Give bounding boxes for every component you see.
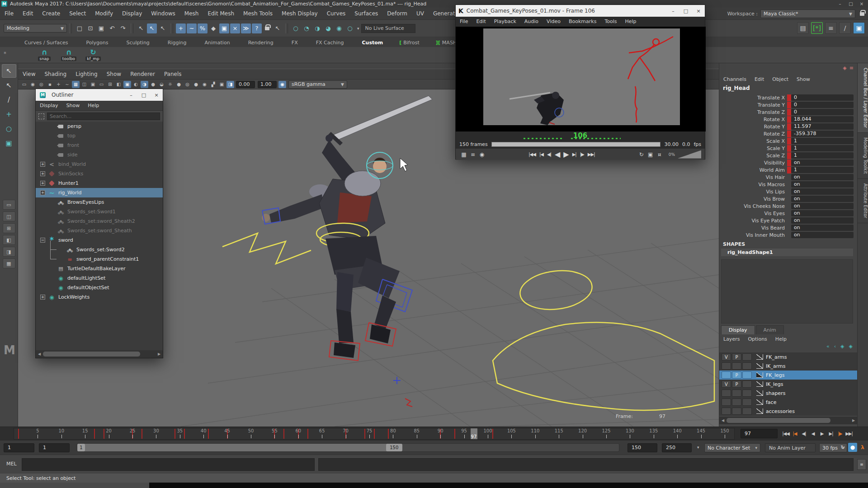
player-transport-button[interactable]: |▶ xyxy=(578,150,586,159)
layer-row[interactable]: P FK_legs xyxy=(719,371,857,380)
channel-row[interactable]: Vis Eyes on xyxy=(719,210,857,217)
scroll-left-icon[interactable]: ◀ xyxy=(36,352,43,356)
file-icon[interactable]: ▣ xyxy=(96,23,106,33)
panel-menu-item[interactable]: Show xyxy=(102,71,126,77)
range-start-handle[interactable]: 1 xyxy=(77,444,85,451)
playback-start-field[interactable]: 1 xyxy=(39,443,70,452)
window-control-button[interactable]: □ xyxy=(679,5,692,17)
layer-playback-toggle[interactable] xyxy=(732,362,741,370)
snap-icon[interactable]: ◆ xyxy=(208,23,218,33)
file-icon[interactable]: ⊡ xyxy=(85,23,95,33)
snap-icon[interactable]: % xyxy=(198,23,208,33)
menu-item[interactable]: UV xyxy=(412,10,429,17)
shelf-tab[interactable]: Rigging xyxy=(159,38,196,47)
history-icon[interactable]: ○ xyxy=(291,23,301,33)
channel-row[interactable]: World Aim 1 xyxy=(719,166,857,174)
layer-playback-toggle[interactable]: P xyxy=(732,380,741,388)
scroll-right-icon[interactable]: ▶ xyxy=(850,418,857,422)
menu-item[interactable]: Mesh xyxy=(180,10,203,17)
channel-value-field[interactable]: 1 xyxy=(791,152,854,159)
viewport-icon[interactable]: ☼ xyxy=(166,81,174,88)
outliner-title-bar[interactable]: M Outliner –□× xyxy=(36,89,163,101)
outliner-item[interactable]: + rig_World xyxy=(36,188,163,197)
channel-row[interactable]: Vis Eye Patch on xyxy=(719,217,857,224)
shelf-tab[interactable]: [Bifrost xyxy=(392,38,429,47)
layer-row[interactable]: V P IK_legs xyxy=(719,380,857,389)
gamma-field[interactable]: 1.00 xyxy=(258,81,277,88)
menu-item[interactable]: Surfaces xyxy=(350,10,382,17)
playback-button[interactable]: ◀ xyxy=(808,429,817,438)
channel-value-field[interactable]: on xyxy=(791,188,854,195)
chevron-down-icon[interactable]: ▾ xyxy=(697,445,699,450)
command-language-label[interactable]: MEL xyxy=(6,461,17,467)
menu-item[interactable]: Mesh Display xyxy=(277,10,322,17)
outliner-item[interactable]: sword_parentConstraint1 xyxy=(36,254,163,264)
script-editor-icon[interactable]: ≡ xyxy=(857,459,866,470)
timeline-ruler[interactable]: 5101520253035404550556065707580859095100… xyxy=(14,428,735,440)
window-control-button[interactable]: – xyxy=(667,5,679,17)
viewport-icon[interactable]: ◑ xyxy=(141,81,148,88)
colorspace-dropdown[interactable]: sRGB gamma▼ xyxy=(288,80,347,89)
sidebar-toggle-icon[interactable]: ▣ xyxy=(853,22,865,34)
viewport-icon[interactable]: ◫ xyxy=(80,81,88,88)
menu-item[interactable]: Display xyxy=(118,10,146,17)
channel-value-field[interactable]: 18.044 xyxy=(791,116,854,122)
viewport-icon[interactable]: ▦ xyxy=(72,81,80,88)
outliner-item[interactable]: BrowsEyesLips xyxy=(36,197,163,207)
layer-color-swatch[interactable] xyxy=(742,371,752,379)
player-menu-item[interactable]: Tools xyxy=(600,19,621,24)
playback-button[interactable]: ▶ xyxy=(817,429,826,438)
tool-icon[interactable]: + xyxy=(2,108,16,121)
channel-value-field[interactable]: 1 xyxy=(791,138,854,144)
outliner-scrollbar[interactable]: ◀ ▶ xyxy=(36,350,163,358)
playback-button[interactable]: ▶▶| xyxy=(844,429,854,438)
animation-end-field[interactable]: 250 xyxy=(662,443,692,452)
outliner-menu-item[interactable]: Help xyxy=(84,103,103,108)
viewport-icon[interactable]: ◐ xyxy=(132,81,140,88)
viewport-icon[interactable]: ◎ xyxy=(184,81,191,88)
layout-preset-button[interactable]: ⊞ xyxy=(3,223,15,233)
player-menu-item[interactable]: File xyxy=(456,19,472,24)
player-transport-button[interactable]: ◀| xyxy=(545,150,553,159)
player-menu-item[interactable]: Bookmarks xyxy=(565,19,600,24)
layout-preset-button[interactable]: ▦ xyxy=(3,258,15,268)
current-frame-field[interactable]: 97 xyxy=(741,429,778,438)
current-frame-marker[interactable]: 97 xyxy=(471,428,477,439)
layer-row[interactable]: shapers xyxy=(719,389,857,398)
sidebar-toggle-icon[interactable]: ≡ xyxy=(825,22,837,34)
panel-menu-item[interactable]: Shading xyxy=(40,71,71,77)
outliner-menu-item[interactable]: Show xyxy=(62,103,84,108)
outliner-item[interactable]: TurtleDefaultBakeLayer xyxy=(36,264,163,273)
viewport-icon[interactable]: ▣ xyxy=(218,81,226,88)
scroll-left-icon[interactable]: ◀ xyxy=(719,418,726,422)
layer-color-swatch[interactable] xyxy=(742,353,752,361)
player-tool-icon[interactable]: ◉ xyxy=(477,150,486,159)
layer-scrollbar[interactable]: ◀ ▶ xyxy=(719,417,857,424)
expand-toggle[interactable]: + xyxy=(40,181,45,186)
channel-row[interactable]: Scale Y 1 xyxy=(719,145,857,152)
highlight-selection-icon[interactable]: ↖ xyxy=(273,23,283,33)
video-area[interactable] xyxy=(456,27,706,131)
channel-box-menu-item[interactable]: Edit xyxy=(750,76,768,82)
viewport-icon[interactable]: ◨ xyxy=(226,81,234,88)
layer-playback-toggle[interactable]: P xyxy=(732,371,741,379)
shelf-tab[interactable]: Custom xyxy=(353,38,392,47)
window-control-button[interactable]: □ xyxy=(845,0,856,7)
viewport-icon[interactable]: ◎ xyxy=(38,81,45,88)
side-tab[interactable]: Attribute Editor xyxy=(858,179,868,223)
player-menu-item[interactable]: Audio xyxy=(520,19,542,24)
channel-row[interactable]: Translate X 0 xyxy=(719,94,857,101)
window-control-button[interactable]: × xyxy=(150,89,163,101)
viewport-icon[interactable]: ● xyxy=(175,81,183,88)
outliner-item[interactable]: + LockWeights xyxy=(36,292,163,302)
layer-playback-toggle[interactable] xyxy=(732,399,741,406)
channel-row[interactable]: Scale X 1 xyxy=(719,137,857,145)
scrollbar-thumb[interactable] xyxy=(43,352,140,357)
player-transport-button[interactable]: |◀ xyxy=(538,150,545,159)
viewport-icon[interactable]: ◧ xyxy=(115,81,123,88)
menu-item[interactable]: Curves xyxy=(322,10,350,17)
layer-row[interactable]: V P FK_arms xyxy=(719,352,857,361)
layer-visibility-toggle[interactable]: V xyxy=(722,380,731,388)
toolbar-separator[interactable] xyxy=(170,23,173,33)
layer-editor-menu-item[interactable]: Help xyxy=(771,336,791,342)
